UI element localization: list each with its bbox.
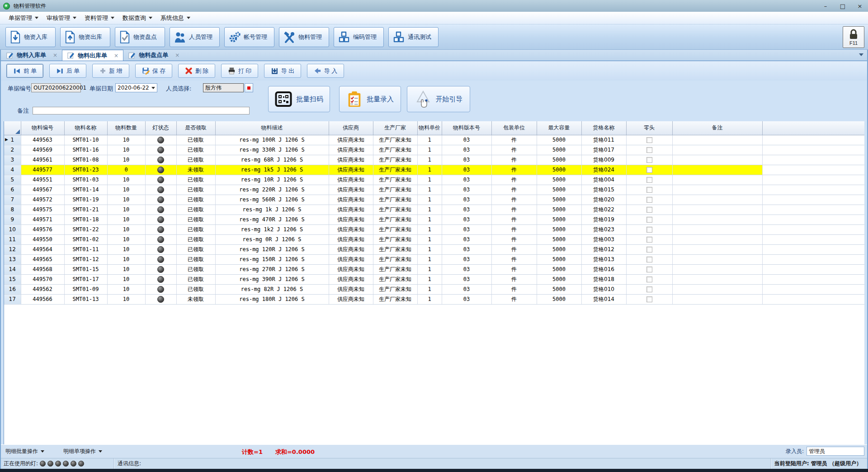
cell-code[interactable]: 449563: [21, 135, 64, 145]
cell-desc[interactable]: res-mg 330R J 1206 S: [215, 145, 329, 155]
cell-code[interactable]: 449572: [21, 195, 64, 205]
table-row[interactable]: 3449561SMT01-0810已领取res-mg 68R J 1206 S供…: [4, 155, 864, 165]
col-header-version[interactable]: 物料版本号: [442, 121, 491, 135]
row-number-cell[interactable]: 8: [4, 205, 21, 215]
toolbar-button-comm-test[interactable]: 通讯测试: [388, 27, 439, 47]
cell-capacity[interactable]: 5000: [537, 294, 581, 304]
cell-version[interactable]: 03: [442, 155, 491, 165]
cell-qty[interactable]: 10: [107, 135, 145, 145]
tab-overflow-chevron-icon[interactable]: [859, 53, 863, 56]
cell-name[interactable]: SMT01-23: [64, 165, 107, 175]
cell-name[interactable]: SMT01-18: [64, 215, 107, 224]
cell-name[interactable]: SMT01-02: [64, 234, 107, 244]
cell-qty[interactable]: 0: [107, 165, 145, 175]
tab-close-icon[interactable]: ×: [114, 52, 118, 59]
table-row[interactable]: 16449562SMT01-0910已领取res-mg 82R J 1206 S…: [4, 284, 864, 294]
cell-name[interactable]: SMT01-09: [64, 284, 107, 294]
fraction-checkbox[interactable]: [646, 147, 652, 153]
remark-field[interactable]: [33, 107, 250, 114]
cell-qty[interactable]: 10: [107, 185, 145, 195]
fraction-checkbox[interactable]: [646, 237, 652, 243]
cell-lamp[interactable]: [145, 175, 176, 185]
cell-qty[interactable]: 10: [107, 274, 145, 284]
cell-qty[interactable]: 10: [107, 195, 145, 205]
cell-lamp[interactable]: [145, 234, 176, 244]
cell-remark[interactable]: [672, 205, 762, 215]
cell-desc[interactable]: res-mg 120R J 1206 S: [215, 244, 329, 254]
cell-unit[interactable]: 件: [491, 175, 537, 185]
col-header-unit[interactable]: 包装单位: [491, 121, 537, 135]
cell-capacity[interactable]: 5000: [537, 155, 581, 165]
cell-taken[interactable]: 已领取: [176, 175, 215, 185]
row-number-cell[interactable]: 16: [4, 284, 21, 294]
cell-code[interactable]: 449565: [21, 254, 64, 264]
cell-code[interactable]: 449566: [21, 294, 64, 304]
cell-desc[interactable]: res-mg 0R J 1206 S: [215, 234, 329, 244]
cell-name[interactable]: SMT01-11: [64, 244, 107, 254]
cell-price[interactable]: 1: [417, 165, 442, 175]
cell-slot[interactable]: 货格022: [581, 205, 626, 215]
table-row[interactable]: 12449564SMT01-1110已领取res-mg 120R J 1206 …: [4, 244, 864, 254]
cell-name[interactable]: SMT01-12: [64, 254, 107, 264]
menu-data-query[interactable]: 数据查询: [118, 12, 156, 24]
row-number-cell[interactable]: 10: [4, 224, 21, 234]
col-header-qty[interactable]: 物料数量: [107, 121, 145, 135]
cell-capacity[interactable]: 5000: [537, 185, 581, 195]
cell-taken[interactable]: 已领取: [176, 274, 215, 284]
cell-remark[interactable]: [672, 284, 762, 294]
toolbar-button-personnel[interactable]: 人员管理: [170, 27, 220, 47]
row-number-cell[interactable]: 9: [4, 215, 21, 224]
cell-qty[interactable]: 10: [107, 145, 145, 155]
table-row[interactable]: 15449570SMT01-1710已领取res-mg 390R J 1206 …: [4, 274, 864, 284]
cell-supplier[interactable]: 供应商未知: [329, 294, 373, 304]
cell-name[interactable]: SMT01-22: [64, 224, 107, 234]
cell-desc[interactable]: res-mg 150R J 1206 S: [215, 254, 329, 264]
row-number-cell[interactable]: 17: [4, 294, 21, 304]
cell-qty[interactable]: 10: [107, 234, 145, 244]
cell-version[interactable]: 03: [442, 254, 491, 264]
cell-lamp[interactable]: [145, 254, 176, 264]
cell-slot[interactable]: 货格023: [581, 224, 626, 234]
cell-capacity[interactable]: 5000: [537, 175, 581, 185]
cell-taken[interactable]: 已领取: [176, 185, 215, 195]
import-button[interactable]: 导 入: [307, 64, 344, 78]
table-row[interactable]: 7449572SMT01-1910已领取res-mg 560R J 1206 S…: [4, 195, 864, 205]
cell-version[interactable]: 03: [442, 215, 491, 224]
cell-supplier[interactable]: 供应商未知: [329, 284, 373, 294]
cell-lamp[interactable]: [145, 165, 176, 175]
cell-flag[interactable]: [626, 175, 672, 185]
cell-flag[interactable]: [626, 244, 672, 254]
fraction-checkbox[interactable]: [646, 217, 652, 223]
select-all-corner[interactable]: [4, 121, 21, 135]
cell-taken[interactable]: 已领取: [176, 205, 215, 215]
cell-slot[interactable]: 货格017: [581, 145, 626, 155]
tab-material-stocktake[interactable]: 物料盘点单 ×: [123, 50, 184, 61]
cell-code[interactable]: 449576: [21, 224, 64, 234]
cell-code[interactable]: 449575: [21, 205, 64, 215]
cell-unit[interactable]: 件: [491, 195, 537, 205]
cell-unit[interactable]: 件: [491, 145, 537, 155]
cell-taken[interactable]: 已领取: [176, 254, 215, 264]
cell-remark[interactable]: [672, 135, 762, 145]
cell-maker[interactable]: 生产厂家未知: [373, 205, 417, 215]
cell-name[interactable]: SMT01-08: [64, 155, 107, 165]
cell-price[interactable]: 1: [417, 274, 442, 284]
cell-slot[interactable]: 货格012: [581, 244, 626, 254]
cell-desc[interactable]: res-mg 68R J 1206 S: [215, 155, 329, 165]
cell-capacity[interactable]: 5000: [537, 135, 581, 145]
cell-version[interactable]: 03: [442, 234, 491, 244]
cell-maker[interactable]: 生产厂家未知: [373, 274, 417, 284]
cell-capacity[interactable]: 5000: [537, 224, 581, 234]
cell-qty[interactable]: 10: [107, 224, 145, 234]
cell-version[interactable]: 03: [442, 195, 491, 205]
cell-remark[interactable]: [672, 145, 762, 155]
cell-desc[interactable]: res-mg 560R J 1206 S: [215, 195, 329, 205]
cell-name[interactable]: SMT01-03: [64, 175, 107, 185]
cell-capacity[interactable]: 5000: [537, 165, 581, 175]
cell-maker[interactable]: 生产厂家未知: [373, 165, 417, 175]
cell-taken[interactable]: 未领取: [176, 165, 215, 175]
cell-price[interactable]: 1: [417, 284, 442, 294]
cell-unit[interactable]: 件: [491, 264, 537, 274]
table-row[interactable]: 13449565SMT01-1210已领取res-mg 150R J 1206 …: [4, 254, 864, 264]
cell-maker[interactable]: 生产厂家未知: [373, 145, 417, 155]
